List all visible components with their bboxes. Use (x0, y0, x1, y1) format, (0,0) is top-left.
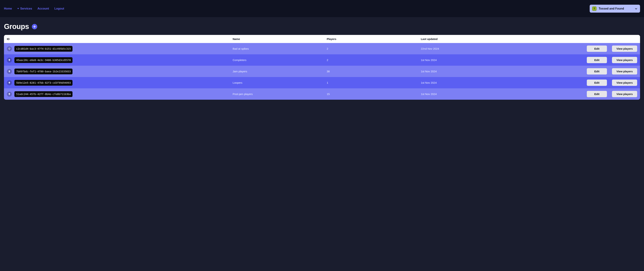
table-body: c2cd81d4-bac3-47f4-b151-d1c495b5c315Bad … (4, 43, 640, 100)
group-last-updated: 1st Nov 2024 (421, 81, 524, 84)
chevron-down-icon (635, 7, 638, 10)
group-last-updated: 1st Nov 2024 (421, 92, 524, 96)
group-id: 51adc244-457b-42ff-8b4e-cfe8b711b3ba (14, 91, 72, 97)
group-id: 7b09fbdc-fef1-4f80-baea-1b2e23335833 (14, 68, 72, 74)
group-players: 1 (327, 81, 421, 84)
nav-services-label: Services (20, 7, 32, 10)
game-selector-name: Tossed and Found (599, 7, 624, 10)
nav-links: Home Services Account Logout (4, 7, 64, 10)
table-row: c2cd81d4-bac3-47f4-b151-d1c495b5c315Bad … (4, 43, 640, 54)
actions-cell: EditView players (524, 80, 637, 86)
table-header: ID Name Players Last updated (4, 35, 640, 43)
edit-button[interactable]: Edit (587, 91, 607, 97)
group-players: 38 (327, 70, 421, 73)
table-row: 5b9e12e5-8281-47bb-82f3-cd3f99d94093Loop… (4, 77, 640, 88)
id-cell: 51adc244-457b-42ff-8b4e-cfe8b711b3ba (7, 91, 232, 97)
col-players: Players (327, 38, 421, 40)
page-header: Groups (4, 22, 640, 30)
nav-services[interactable]: Services (17, 7, 32, 10)
col-actions (524, 38, 637, 40)
view-players-button[interactable]: View players (612, 91, 637, 97)
page-title: Groups (4, 22, 29, 30)
actions-cell: EditView players (524, 57, 637, 63)
add-group-button[interactable] (32, 24, 37, 29)
edit-button[interactable]: Edit (587, 46, 607, 52)
page-content: Groups ID Name Players Last updated c2cd… (0, 17, 644, 105)
actions-cell: EditView players (524, 46, 637, 52)
groups-table: ID Name Players Last updated c2cd81d4-ba… (4, 35, 640, 100)
group-id: c2cd81d4-bac3-47f4-b151-d1c495b5c315 (14, 46, 72, 52)
actions-cell: EditView players (524, 91, 637, 97)
group-id: 45aac20c-e6e8-4e3c-9486-b305d3cd5578 (14, 57, 72, 63)
group-last-updated: 1st Nov 2024 (421, 70, 524, 73)
col-id: ID (7, 38, 232, 40)
game-selector-left: T Tossed and Found (592, 6, 624, 11)
pin-button[interactable] (7, 69, 12, 74)
pin-icon (8, 70, 10, 73)
table-row: 45aac20c-e6e8-4e3c-9486-b305d3cd5578Comp… (4, 54, 640, 66)
pin-button[interactable] (7, 46, 12, 51)
id-cell: c2cd81d4-bac3-47f4-b151-d1c495b5c315 (7, 46, 232, 52)
view-players-button[interactable]: View players (612, 80, 637, 86)
edit-button[interactable]: Edit (587, 68, 607, 74)
pin-button[interactable] (7, 92, 12, 97)
group-last-updated: 22nd Nov 2024 (421, 47, 524, 50)
group-name: Bad at spikes (232, 47, 327, 50)
plus-icon (33, 25, 36, 28)
col-name: Name (232, 38, 327, 40)
actions-cell: EditView players (524, 68, 637, 74)
nav-logout[interactable]: Logout (54, 7, 64, 10)
table-row: 7b09fbdc-fef1-4f80-baea-1b2e23335833Jam … (4, 66, 640, 77)
group-name: Jam players (232, 70, 327, 73)
view-players-button[interactable]: View players (612, 46, 637, 52)
pin-button[interactable] (7, 58, 12, 62)
edit-button[interactable]: Edit (587, 57, 607, 63)
group-players: 15 (327, 92, 421, 96)
pin-icon (8, 48, 10, 50)
id-cell: 5b9e12e5-8281-47bb-82f3-cd3f99d94093 (7, 80, 232, 86)
id-cell: 7b09fbdc-fef1-4f80-baea-1b2e23335833 (7, 68, 232, 74)
group-name: Post-jam players (232, 92, 327, 96)
group-id: 5b9e12e5-8281-47bb-82f3-cd3f99d94093 (14, 80, 72, 86)
pin-icon (8, 82, 10, 84)
id-cell: 45aac20c-e6e8-4e3c-9486-b305d3cd5578 (7, 57, 232, 63)
group-players: 2 (327, 58, 421, 62)
game-badge: T (592, 6, 596, 11)
caret-down-icon (17, 8, 19, 9)
view-players-button[interactable]: View players (612, 68, 637, 74)
game-selector[interactable]: T Tossed and Found (590, 5, 640, 12)
col-last-updated: Last updated (421, 38, 524, 40)
pin-button[interactable] (7, 80, 12, 85)
group-players: 2 (327, 47, 421, 50)
group-name: Completers (232, 58, 327, 62)
pin-icon (8, 93, 10, 95)
group-last-updated: 1st Nov 2024 (421, 58, 524, 62)
view-players-button[interactable]: View players (612, 57, 637, 63)
group-name: Loopers (232, 81, 327, 84)
table-row: 51adc244-457b-42ff-8b4e-cfe8b711b3baPost… (4, 88, 640, 100)
pin-icon (8, 59, 10, 61)
nav-account[interactable]: Account (38, 7, 49, 10)
navbar: Home Services Account Logout T Tossed an… (0, 0, 644, 17)
edit-button[interactable]: Edit (587, 80, 607, 86)
nav-home[interactable]: Home (4, 7, 12, 10)
